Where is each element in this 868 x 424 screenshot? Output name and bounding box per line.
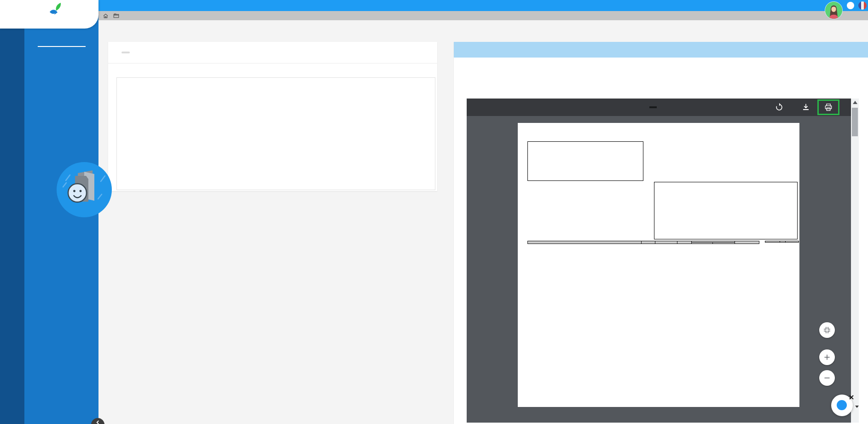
rotate-icon[interactable]: [774, 102, 784, 112]
pdf-page: [518, 123, 799, 407]
page-number-input[interactable]: [649, 106, 657, 108]
scrollbar-thumb[interactable]: [852, 108, 858, 136]
topbar: [0, 0, 868, 11]
help-icon[interactable]: [847, 2, 854, 9]
close-icon[interactable]: [849, 394, 854, 399]
period-line: [468, 70, 469, 78]
employer-siret: [532, 170, 551, 174]
viewer-title: [454, 42, 868, 58]
logo-leaf-icon: [49, 3, 64, 18]
page-indicator: [467, 99, 852, 116]
print-button-highlighted[interactable]: [817, 99, 839, 115]
topbar-right: [821, 0, 868, 11]
print-icon: [824, 103, 833, 112]
count-badge: [122, 52, 130, 53]
module-illustration: [57, 162, 112, 217]
viewer-panel: [454, 42, 868, 424]
employee-address-box: [654, 182, 798, 239]
help-widget: [831, 393, 868, 424]
payslips-tree: [116, 77, 435, 190]
scroll-up-icon[interactable]: [853, 101, 857, 104]
fit-to-page-button[interactable]: [819, 322, 835, 338]
payslip-period: [661, 138, 798, 141]
pdf-viewer: [467, 99, 859, 423]
help-question-button[interactable]: [837, 400, 847, 410]
download-icon[interactable]: [801, 102, 811, 112]
employer-city: [532, 158, 540, 162]
payslip-table: [527, 241, 759, 244]
absences-calendar-table: [765, 241, 799, 243]
folder-icon: [113, 13, 119, 19]
zoom-out-button[interactable]: [819, 370, 835, 386]
breadcrumb: [98, 11, 868, 20]
pdf-scrollbar[interactable]: [851, 99, 859, 423]
divider: [108, 63, 437, 64]
language-flag-icon[interactable]: [858, 1, 867, 10]
zoom-in-button[interactable]: [819, 349, 835, 365]
chevron-down-icon[interactable]: [855, 406, 859, 408]
logo[interactable]: [0, 0, 98, 29]
payslip-title-block: [661, 135, 798, 141]
module-panel: [24, 0, 98, 424]
payslips-list-panel: [108, 42, 437, 191]
pdf-toolbar: [467, 99, 859, 116]
app-window: [0, 0, 868, 424]
employer-box: [527, 141, 643, 181]
collective-agreement: [528, 187, 535, 191]
module-divider: [38, 46, 86, 47]
home-icon[interactable]: [103, 13, 109, 19]
module-rail: [0, 0, 24, 424]
list-header: [108, 42, 437, 63]
avatar[interactable]: [825, 1, 843, 19]
